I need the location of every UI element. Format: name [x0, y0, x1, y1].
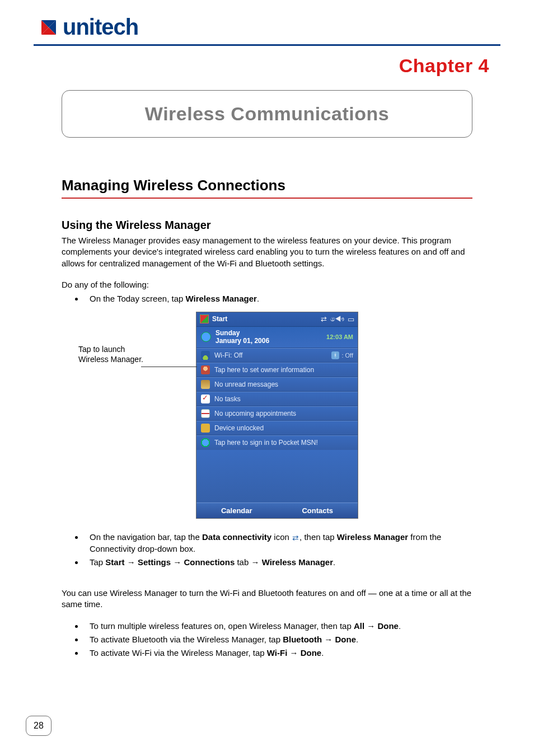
lead-paragraph: Do any of the following:	[62, 279, 472, 290]
list-text-bold: Wireless Manager	[262, 557, 333, 567]
list-text-bold: Wireless Manager	[337, 532, 408, 542]
today-row-messages: No unread messages	[196, 377, 358, 392]
list-text-bold: Wi-Fi	[267, 648, 288, 658]
brand-name: unitech	[63, 15, 138, 40]
today-row-msn: Tap here to sign in to Pocket MSN!	[196, 435, 358, 450]
start-bar: Start ⇄ ◀ෞ ▭	[196, 312, 358, 327]
bt-status: : Off	[341, 351, 353, 358]
battery-icon: ▭	[348, 315, 354, 323]
arrow: →	[171, 557, 184, 567]
today-row-owner: Tap here to set owner information	[196, 363, 358, 377]
softkey-right: Contacts	[278, 506, 358, 515]
arrow: →	[251, 557, 261, 567]
method-list-1: On the Today screen, tap Wireless Manage…	[84, 293, 472, 305]
usage-paragraph: You can use Wireless Manager to turn the…	[62, 588, 472, 611]
arrow: →	[125, 557, 138, 567]
page-title-box: Wireless Communications	[62, 90, 472, 138]
today-row-wifi: Wi-Fi: Off ᚼ: Off	[196, 348, 358, 363]
wifi-icon	[201, 351, 210, 360]
list-text-bold: Start	[105, 557, 124, 567]
today-time: 12:03 AM	[326, 334, 353, 340]
list-text-bold: Bluetooth	[283, 635, 322, 644]
windows-flag-icon	[200, 314, 209, 323]
callout-line: Wireless Manager.	[78, 355, 143, 364]
calendar-icon	[201, 409, 210, 418]
list-text: .	[257, 294, 259, 303]
list-item: To activate Wi-Fi via the Wireless Manag…	[84, 647, 472, 659]
row-text: Device unlocked	[214, 424, 353, 432]
owner-icon	[201, 365, 210, 374]
system-tray: ⇄ ◀ෞ ▭	[321, 314, 354, 323]
figure-region: Tap to launch Wireless Manager. Start ⇄ …	[62, 312, 472, 519]
connectivity-inline-icon: ⇄	[292, 534, 299, 542]
list-text-bold: Done	[301, 648, 322, 658]
callout-line: Tap to launch	[78, 345, 125, 354]
page-number: 28	[34, 721, 44, 731]
row-text: Tap here to set owner information	[214, 366, 353, 374]
mail-icon	[201, 380, 210, 389]
intro-paragraph: The Wireless Manager provides easy manag…	[62, 235, 472, 269]
row-text: Tap here to sign in to Pocket MSN!	[214, 439, 353, 447]
list-text: On the navigation bar, tap the	[90, 532, 202, 542]
usage-list: To turn multiple wireless features on, o…	[84, 620, 472, 659]
list-text-bold: Done	[335, 635, 357, 644]
arrow: →	[364, 621, 377, 631]
row-text: No tasks	[214, 395, 353, 403]
tasks-icon	[201, 395, 210, 403]
brand-header: unitech	[39, 15, 500, 40]
list-text-bold: Data connectivity	[202, 532, 271, 542]
section-heading: Managing Wireless Connections	[62, 177, 472, 194]
page-number-badge: 28	[26, 716, 51, 736]
row-text: No upcoming appointments	[214, 410, 353, 417]
list-text: To activate Bluetooth via the Wireless M…	[90, 635, 283, 644]
softkey-left: Calendar	[196, 506, 277, 515]
list-text: On the Today screen, tap	[90, 294, 186, 303]
list-text: Tap	[90, 557, 105, 567]
subsection-heading: Using the Wireless Manager	[62, 219, 472, 232]
list-item: On the Today screen, tap Wireless Manage…	[84, 293, 472, 305]
method-list-2: On the navigation bar, tap the Data conn…	[84, 531, 472, 569]
list-text: To turn multiple wireless features on, o…	[90, 621, 354, 631]
start-label: Start	[212, 315, 227, 323]
list-text-bold: Wireless Manager	[186, 294, 257, 303]
list-text: , then tap	[299, 532, 337, 542]
bluetooth-icon: ᚼ	[331, 351, 339, 359]
today-date-row: Sunday January 01, 2006 12:03 AM	[196, 327, 358, 348]
arrow: →	[287, 648, 300, 658]
list-text: .	[321, 648, 324, 658]
list-item: On the navigation bar, tap the Data conn…	[84, 531, 472, 556]
today-row-lock: Device unlocked	[196, 421, 358, 435]
row-text: Wi-Fi: Off	[214, 351, 331, 359]
lock-icon	[201, 424, 210, 433]
screenshot-empty-area	[196, 450, 358, 503]
device-screenshot: Start ⇄ ◀ෞ ▭ Sunday January 01, 2006 12:…	[196, 312, 358, 519]
list-text: .	[356, 635, 358, 644]
today-day: Sunday	[216, 329, 240, 337]
list-text-bold: Connections	[184, 557, 235, 567]
list-text: icon	[271, 532, 292, 542]
row-text: No unread messages	[214, 381, 353, 388]
connectivity-icon: ⇄	[321, 315, 327, 323]
list-text: .	[399, 621, 401, 631]
softkey-bar: Calendar Contacts	[196, 503, 358, 518]
list-text-bold: Settings	[138, 557, 171, 567]
figure-callout: Tap to launch Wireless Manager.	[62, 312, 174, 364]
list-text-bold: Done	[377, 621, 399, 631]
row-right: ᚼ: Off	[331, 351, 353, 359]
page-title: Wireless Communications	[68, 103, 466, 125]
list-item: To turn multiple wireless features on, o…	[84, 620, 472, 632]
volume-icon: ◀ෞ	[330, 314, 344, 323]
brand-logo-icon	[39, 18, 58, 37]
msn-icon	[201, 438, 210, 447]
today-full-date: January 01, 2006	[216, 337, 269, 345]
list-text: .	[333, 557, 335, 567]
header-rule	[34, 44, 500, 46]
ie-icon	[201, 332, 211, 342]
section-rule	[62, 198, 472, 199]
chapter-label: Chapter 4	[34, 55, 489, 77]
list-item: Tap Start → Settings → Connections tab →…	[84, 556, 472, 569]
list-item: To activate Bluetooth via the Wireless M…	[84, 633, 472, 646]
arrow: →	[322, 635, 335, 644]
list-text: To activate Wi-Fi via the Wireless Manag…	[90, 648, 267, 658]
today-row-tasks: No tasks	[196, 392, 358, 406]
